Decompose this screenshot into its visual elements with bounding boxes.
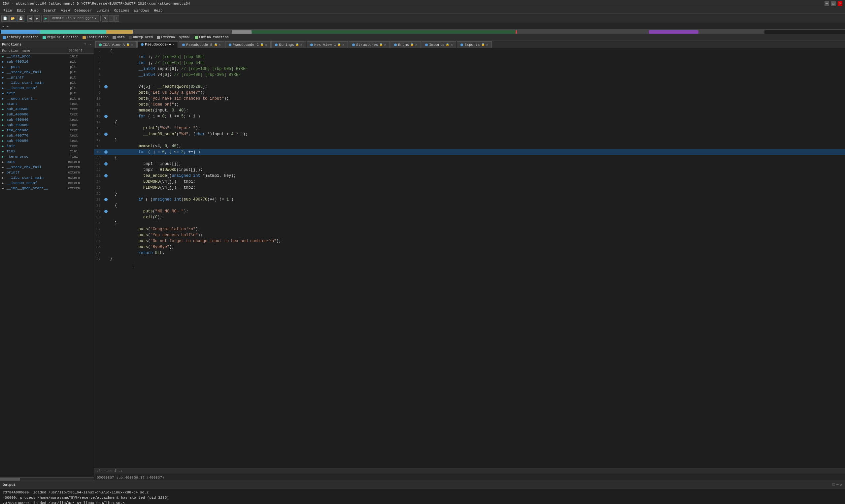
- sidebar-scrollbar-thumb[interactable]: [0, 478, 20, 481]
- menu-jump[interactable]: Jump: [28, 8, 40, 13]
- list-item[interactable]: ▶ init .text: [0, 143, 94, 149]
- toolbar-forward[interactable]: ▶: [34, 15, 40, 22]
- toolbar-back[interactable]: ◀: [28, 15, 33, 22]
- list-item[interactable]: ▶ __libc_start_main extern: [0, 175, 94, 180]
- output-close-button[interactable]: ✕: [840, 482, 842, 487]
- legend-library-label: Library function: [7, 36, 39, 39]
- toolbar-step-over[interactable]: ↷: [102, 15, 108, 22]
- tab-imports[interactable]: Imports 🔒 ✕: [422, 41, 456, 48]
- list-item[interactable]: ▶ printf extern: [0, 170, 94, 175]
- tab-pseudocode-a[interactable]: Pseudocode-A ✕: [137, 41, 178, 48]
- func-type-icon: ▶: [1, 186, 5, 191]
- code-line-13: 13 for ( i = 0; i <= 5; ++i ): [94, 113, 845, 120]
- code-line-6: 6 __int64 v4[6]; // [rsp+40h] [rbp-30h] …: [94, 72, 845, 78]
- list-item[interactable]: ▶ sub_400640 .text: [0, 117, 94, 122]
- tab-close-button[interactable]: ✕: [172, 42, 174, 47]
- breakpoint-area: [103, 150, 109, 154]
- tab-icon: [425, 43, 428, 46]
- toolbar-save[interactable]: 💾: [17, 15, 24, 22]
- minimize-button[interactable]: ─: [825, 1, 829, 6]
- menu-view[interactable]: View: [59, 8, 72, 13]
- list-item[interactable]: ▶ sub_400600 .text: [0, 112, 94, 117]
- tab-close-button[interactable]: ✕: [415, 43, 417, 47]
- menu-options[interactable]: Options: [112, 8, 131, 13]
- list-item[interactable]: ▶ __isoc99_scanf .plt: [0, 86, 94, 91]
- list-item[interactable]: ▶ sub_400500 .text: [0, 107, 94, 112]
- tab-close-button[interactable]: ✕: [451, 43, 453, 47]
- menu-lumina[interactable]: Lumina: [94, 8, 111, 13]
- menu-edit[interactable]: Edit: [15, 8, 27, 13]
- func-name-label: __init_proc: [6, 54, 67, 58]
- tab-structures[interactable]: Structures 🔒 ✕: [349, 41, 390, 48]
- list-item[interactable]: ▶ puts extern: [0, 159, 94, 165]
- tab-hex-view-1[interactable]: Hex View-1 🔒 ✕: [307, 41, 348, 48]
- tab-ida-view-a[interactable]: IDA View-A 🔒 ✕: [95, 41, 137, 48]
- code-editor[interactable]: 2 { 3 int i; // [rsp+8h] [rbp-68h] 4 int…: [94, 48, 845, 468]
- tab-exports[interactable]: Exports 🔒 ✕: [457, 41, 492, 48]
- toolbar-new[interactable]: 📄: [1, 15, 8, 22]
- nav-forward[interactable]: ▶: [6, 24, 10, 29]
- panel-minimize-button[interactable]: ─: [87, 42, 89, 47]
- list-item[interactable]: ▶ __puts .plt: [0, 64, 94, 70]
- list-item[interactable]: ▶ sub_400856 .text: [0, 138, 94, 143]
- toolbar-step-out[interactable]: ↑: [114, 15, 119, 22]
- list-item[interactable]: ▶ sub_400660 .text: [0, 122, 94, 128]
- tab-lock-icon: 🔒: [126, 43, 130, 47]
- menu-windows[interactable]: Windows: [132, 8, 151, 13]
- toolbar: 📄 📂 💾 ◀ ▶ ▶ Remote Linux debugger ▾ ↷ ↓ …: [0, 14, 845, 23]
- tab-enums[interactable]: Enums 🔒 ✕: [390, 41, 421, 48]
- tab-close-button[interactable]: ✕: [131, 43, 133, 47]
- toolbar-step-into[interactable]: ↓: [109, 15, 113, 22]
- close-button[interactable]: ✕: [838, 1, 842, 6]
- func-seg-label: .text: [67, 123, 94, 127]
- tab-lock-icon: 🔒: [260, 43, 264, 47]
- list-item[interactable]: ▶ __libc_start_main .plt: [0, 80, 94, 86]
- sidebar-scrollbar[interactable]: [0, 477, 94, 481]
- tab-strings[interactable]: Strings 🔒 ✕: [271, 41, 306, 48]
- list-item[interactable]: ▶ __printf .plt: [0, 75, 94, 80]
- panel-close-button[interactable]: ✕: [90, 42, 92, 47]
- list-item[interactable]: ▶ fini .fini: [0, 149, 94, 154]
- menu-debugger[interactable]: Debugger: [72, 8, 94, 13]
- tab-icon: [182, 43, 185, 46]
- menu-file[interactable]: File: [1, 8, 14, 13]
- output-expand-button[interactable]: □: [832, 482, 835, 487]
- toolbar-sep3: [100, 16, 101, 21]
- list-item[interactable]: ▶ _term_proc .fini: [0, 154, 94, 159]
- list-item[interactable]: ▶ sub_400770 .text: [0, 133, 94, 138]
- list-item[interactable]: ▶ __stack_chk_fail .plt: [0, 70, 94, 75]
- list-item[interactable]: ▶ start .text: [0, 101, 94, 107]
- func-type-icon: ▶: [1, 75, 5, 80]
- nav-back[interactable]: ◀: [1, 24, 5, 29]
- panel-detach-button[interactable]: □: [84, 42, 86, 47]
- tab-close-button[interactable]: ✕: [486, 43, 488, 47]
- func-type-icon: ▶: [1, 118, 5, 122]
- output-minimize-button[interactable]: ─: [837, 482, 839, 487]
- list-item[interactable]: ▶ __gmon_start__ .plt.g: [0, 96, 94, 101]
- legend-regular-dot: [42, 36, 46, 39]
- tab-pseudocode-b[interactable]: Pseudocode-B 🔒 ✕: [179, 41, 224, 48]
- tab-close-button[interactable]: ✕: [300, 43, 302, 47]
- tab-close-button[interactable]: ✕: [384, 43, 386, 47]
- list-item[interactable]: ▶ __isoc99_scanf extern: [0, 180, 94, 186]
- toolbar-run[interactable]: ▶: [43, 15, 49, 22]
- list-item[interactable]: ▶ __stack_chk_fail extern: [0, 165, 94, 170]
- menu-search[interactable]: Search: [41, 8, 58, 13]
- maximize-button[interactable]: □: [831, 1, 836, 6]
- toolbar-debugger-dropdown[interactable]: Remote Linux debugger ▾: [50, 15, 99, 22]
- tab-close-button[interactable]: ✕: [219, 43, 221, 47]
- tab-pseudocode-c[interactable]: Pseudocode-C 🔒 ✕: [225, 41, 271, 48]
- list-item[interactable]: ▶ __imp__gmon_start__ extern: [0, 186, 94, 191]
- tab-label: Imports: [429, 43, 444, 47]
- menu-help[interactable]: Help: [152, 8, 164, 13]
- list-item[interactable]: ▶ tea_encode .text: [0, 128, 94, 133]
- list-item[interactable]: ▶ __init_proc .init: [0, 54, 94, 59]
- tab-close-button[interactable]: ✕: [342, 43, 344, 47]
- toolbar-open[interactable]: 📂: [9, 15, 17, 22]
- toolbar-sep2: [41, 16, 41, 21]
- list-item[interactable]: ▶ exit .plt: [0, 91, 94, 96]
- list-item[interactable]: ▶ sub_400510 .plt: [0, 59, 94, 64]
- func-name-label: sub_400660: [6, 123, 67, 127]
- output-title: Output: [3, 483, 16, 487]
- tab-close-button[interactable]: ✕: [265, 43, 267, 47]
